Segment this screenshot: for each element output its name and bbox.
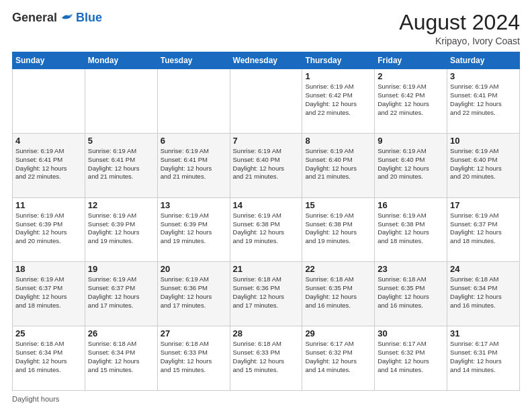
calendar-cell-0-6: 3Sunrise: 6:19 AM Sunset: 6:41 PM Daylig… (447, 69, 520, 134)
day-number: 27 (161, 328, 227, 338)
day-number: 15 (305, 200, 371, 210)
day-number: 5 (88, 136, 154, 146)
footer-label: Daylight hours (12, 395, 59, 403)
calendar-header-monday: Monday (85, 52, 157, 69)
day-info: Sunrise: 6:18 AM Sunset: 6:34 PM Dayligh… (88, 340, 154, 374)
calendar-week-3: 18Sunrise: 6:19 AM Sunset: 6:37 PM Dayli… (13, 262, 520, 326)
calendar-cell-4-3: 28Sunrise: 6:18 AM Sunset: 6:33 PM Dayli… (230, 326, 302, 391)
day-info: Sunrise: 6:18 AM Sunset: 6:35 PM Dayligh… (378, 275, 444, 310)
calendar-cell-3-4: 22Sunrise: 6:18 AM Sunset: 6:35 PM Dayli… (302, 262, 375, 326)
calendar-cell-4-1: 26Sunrise: 6:18 AM Sunset: 6:34 PM Dayli… (85, 326, 157, 391)
day-number: 20 (161, 264, 227, 274)
day-info: Sunrise: 6:19 AM Sunset: 6:42 PM Dayligh… (305, 83, 371, 117)
day-info: Sunrise: 6:18 AM Sunset: 6:34 PM Dayligh… (450, 275, 517, 310)
calendar-cell-4-4: 29Sunrise: 6:17 AM Sunset: 6:32 PM Dayli… (302, 326, 375, 391)
calendar-cell-0-1 (85, 69, 157, 134)
calendar-cell-0-4: 1Sunrise: 6:19 AM Sunset: 6:42 PM Daylig… (302, 69, 375, 134)
day-info: Sunrise: 6:19 AM Sunset: 6:40 PM Dayligh… (378, 147, 444, 181)
calendar-cell-2-5: 16Sunrise: 6:19 AM Sunset: 6:38 PM Dayli… (375, 197, 447, 262)
day-info: Sunrise: 6:18 AM Sunset: 6:34 PM Dayligh… (15, 340, 82, 374)
day-info: Sunrise: 6:19 AM Sunset: 6:37 PM Dayligh… (88, 275, 154, 310)
day-number: 13 (161, 200, 227, 210)
logo-bird-icon (59, 13, 74, 24)
day-number: 8 (305, 136, 371, 146)
calendar-cell-3-2: 20Sunrise: 6:19 AM Sunset: 6:36 PM Dayli… (157, 262, 230, 326)
calendar-week-0: 1Sunrise: 6:19 AM Sunset: 6:42 PM Daylig… (13, 69, 520, 134)
day-number: 25 (15, 328, 82, 338)
day-number: 4 (15, 136, 82, 146)
day-info: Sunrise: 6:17 AM Sunset: 6:31 PM Dayligh… (450, 340, 517, 374)
logo-blue: Blue (76, 11, 102, 25)
day-number: 12 (88, 200, 154, 210)
day-number: 18 (15, 264, 82, 274)
logo-general: General (12, 11, 57, 25)
day-info: Sunrise: 6:19 AM Sunset: 6:41 PM Dayligh… (88, 147, 154, 181)
day-info: Sunrise: 6:19 AM Sunset: 6:40 PM Dayligh… (233, 147, 300, 181)
calendar-cell-3-5: 23Sunrise: 6:18 AM Sunset: 6:35 PM Dayli… (375, 262, 447, 326)
day-info: Sunrise: 6:19 AM Sunset: 6:39 PM Dayligh… (161, 212, 227, 246)
calendar-cell-3-6: 24Sunrise: 6:18 AM Sunset: 6:34 PM Dayli… (447, 262, 520, 326)
day-info: Sunrise: 6:19 AM Sunset: 6:41 PM Dayligh… (450, 83, 517, 117)
calendar-week-4: 25Sunrise: 6:18 AM Sunset: 6:34 PM Dayli… (13, 326, 520, 391)
calendar-cell-1-2: 6Sunrise: 6:19 AM Sunset: 6:41 PM Daylig… (157, 133, 230, 197)
calendar-header-sunday: Sunday (13, 52, 85, 69)
calendar-cell-0-0 (13, 69, 85, 134)
day-number: 11 (15, 200, 82, 210)
day-info: Sunrise: 6:17 AM Sunset: 6:32 PM Dayligh… (305, 340, 371, 374)
calendar-cell-2-3: 14Sunrise: 6:19 AM Sunset: 6:38 PM Dayli… (230, 197, 302, 262)
logo: General Blue (12, 11, 102, 25)
calendar-cell-1-4: 8Sunrise: 6:19 AM Sunset: 6:40 PM Daylig… (302, 133, 375, 197)
calendar-cell-1-6: 10Sunrise: 6:19 AM Sunset: 6:40 PM Dayli… (447, 133, 520, 197)
day-info: Sunrise: 6:19 AM Sunset: 6:41 PM Dayligh… (15, 147, 82, 181)
page: General Blue August 2024 Kripayo, Ivory … (0, 0, 532, 411)
calendar-cell-1-3: 7Sunrise: 6:19 AM Sunset: 6:40 PM Daylig… (230, 133, 302, 197)
day-number: 9 (378, 136, 444, 146)
calendar-cell-0-3 (230, 69, 302, 134)
calendar-cell-0-5: 2Sunrise: 6:19 AM Sunset: 6:42 PM Daylig… (375, 69, 447, 134)
day-number: 29 (305, 328, 371, 338)
day-number: 28 (233, 328, 300, 338)
day-info: Sunrise: 6:19 AM Sunset: 6:40 PM Dayligh… (450, 147, 517, 181)
calendar-cell-2-0: 11Sunrise: 6:19 AM Sunset: 6:39 PM Dayli… (13, 197, 85, 262)
calendar-cell-2-2: 13Sunrise: 6:19 AM Sunset: 6:39 PM Dayli… (157, 197, 230, 262)
day-info: Sunrise: 6:18 AM Sunset: 6:36 PM Dayligh… (233, 275, 300, 310)
calendar-header-tuesday: Tuesday (157, 52, 230, 69)
calendar-cell-1-0: 4Sunrise: 6:19 AM Sunset: 6:41 PM Daylig… (13, 133, 85, 197)
day-info: Sunrise: 6:19 AM Sunset: 6:40 PM Dayligh… (305, 147, 371, 181)
calendar-cell-1-1: 5Sunrise: 6:19 AM Sunset: 6:41 PM Daylig… (85, 133, 157, 197)
day-info: Sunrise: 6:19 AM Sunset: 6:42 PM Dayligh… (378, 83, 444, 117)
month-year: August 2024 (399, 11, 520, 34)
day-number: 1 (305, 71, 371, 81)
day-number: 26 (88, 328, 154, 338)
day-number: 19 (88, 264, 154, 274)
calendar-cell-3-1: 19Sunrise: 6:19 AM Sunset: 6:37 PM Dayli… (85, 262, 157, 326)
day-number: 23 (378, 264, 444, 274)
day-info: Sunrise: 6:17 AM Sunset: 6:32 PM Dayligh… (378, 340, 444, 374)
calendar-cell-4-6: 31Sunrise: 6:17 AM Sunset: 6:31 PM Dayli… (447, 326, 520, 391)
calendar-cell-2-1: 12Sunrise: 6:19 AM Sunset: 6:39 PM Dayli… (85, 197, 157, 262)
day-number: 7 (233, 136, 300, 146)
calendar-cell-4-5: 30Sunrise: 6:17 AM Sunset: 6:32 PM Dayli… (375, 326, 447, 391)
day-number: 31 (450, 328, 517, 338)
day-number: 16 (378, 200, 444, 210)
calendar-header-thursday: Thursday (302, 52, 375, 69)
calendar-week-2: 11Sunrise: 6:19 AM Sunset: 6:39 PM Dayli… (13, 197, 520, 262)
location: Kripayo, Ivory Coast (399, 36, 520, 46)
day-number: 6 (161, 136, 227, 146)
day-number: 30 (378, 328, 444, 338)
footer: Daylight hours (12, 395, 520, 403)
day-number: 22 (305, 264, 371, 274)
day-number: 3 (450, 71, 517, 81)
day-info: Sunrise: 6:19 AM Sunset: 6:38 PM Dayligh… (305, 212, 371, 246)
calendar-week-1: 4Sunrise: 6:19 AM Sunset: 6:41 PM Daylig… (13, 133, 520, 197)
day-info: Sunrise: 6:18 AM Sunset: 6:35 PM Dayligh… (305, 275, 371, 310)
day-info: Sunrise: 6:18 AM Sunset: 6:33 PM Dayligh… (161, 340, 227, 374)
day-info: Sunrise: 6:19 AM Sunset: 6:39 PM Dayligh… (88, 212, 154, 246)
day-number: 24 (450, 264, 517, 274)
day-info: Sunrise: 6:19 AM Sunset: 6:41 PM Dayligh… (161, 147, 227, 181)
day-number: 2 (378, 71, 444, 81)
title-block: August 2024 Kripayo, Ivory Coast (399, 11, 520, 46)
day-number: 21 (233, 264, 300, 274)
day-info: Sunrise: 6:19 AM Sunset: 6:37 PM Dayligh… (450, 212, 517, 246)
calendar-cell-2-4: 15Sunrise: 6:19 AM Sunset: 6:38 PM Dayli… (302, 197, 375, 262)
